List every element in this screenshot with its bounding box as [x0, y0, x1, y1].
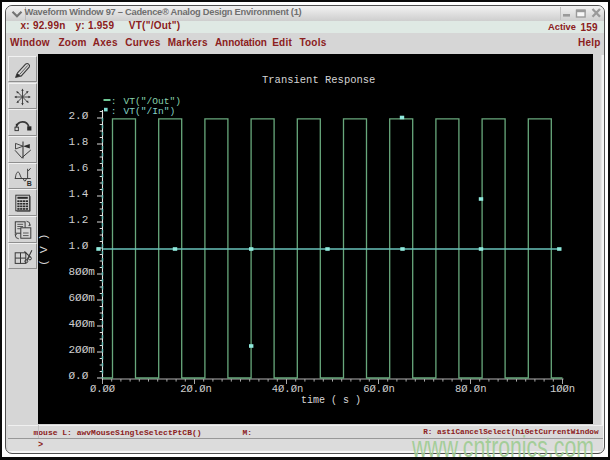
svg-text:1.Ø: 1.Ø — [69, 240, 89, 252]
svg-text:1ØØn: 1ØØn — [550, 383, 575, 395]
svg-text:VT("/In"): VT("/In") — [124, 106, 176, 117]
svg-text:4Ø.Øn: 4Ø.Øn — [272, 383, 304, 395]
svg-text:1.8: 1.8 — [69, 136, 89, 148]
svg-text:( V ): ( V ) — [38, 234, 51, 266]
svg-text:1.2: 1.2 — [69, 214, 89, 226]
svg-text:time ( s ): time ( s ) — [301, 395, 361, 406]
svg-text:Ø.Ø: Ø.Ø — [69, 370, 89, 382]
svg-text::: : — [111, 106, 117, 117]
svg-text:Ø.ØØ: Ø.ØØ — [90, 383, 115, 395]
svg-text:2ØØm: 2ØØm — [69, 344, 96, 356]
svg-text:1.6: 1.6 — [69, 162, 89, 174]
svg-text:8Ø.Øn: 8Ø.Øn — [455, 383, 487, 395]
svg-text:B: B — [27, 179, 32, 186]
svg-text:2Ø.Øn: 2Ø.Øn — [180, 383, 212, 395]
svg-text:4ØØm: 4ØØm — [69, 318, 96, 330]
svg-text:6Ø.Øn: 6Ø.Øn — [363, 383, 395, 395]
svg-text:Transient Response: Transient Response — [262, 74, 375, 86]
svg-text:2.Ø: 2.Ø — [69, 110, 89, 122]
svg-text:1.4: 1.4 — [69, 188, 89, 200]
svg-text:6ØØm: 6ØØm — [69, 292, 96, 304]
svg-text:8ØØm: 8ØØm — [69, 266, 96, 278]
